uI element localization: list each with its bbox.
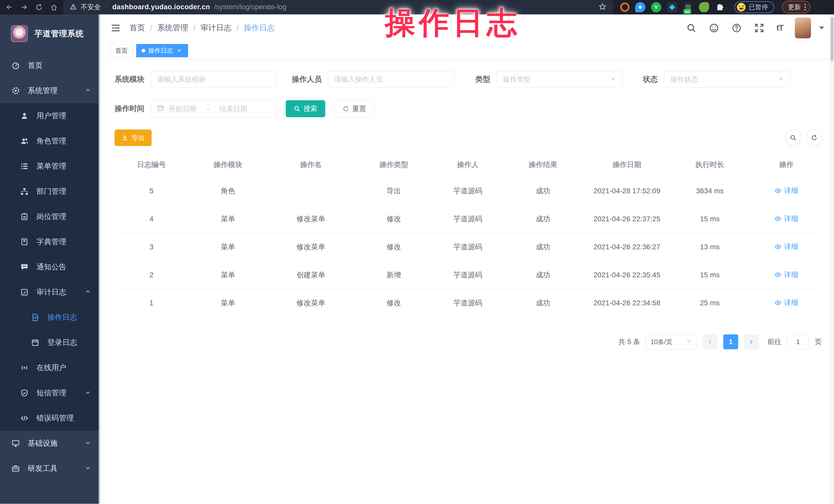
detail-link[interactable]: 详细 — [774, 214, 798, 224]
extension-pin-icon[interactable] — [635, 2, 645, 12]
refresh-table-button[interactable] — [806, 130, 822, 146]
detail-link[interactable]: 详细 — [774, 242, 798, 251]
sidebar-item-roles[interactable]: 角色管理 — [0, 129, 100, 154]
profile-paused-pill[interactable]: 已暂停 — [734, 1, 774, 13]
close-icon[interactable] — [176, 47, 183, 54]
goto-label: 前往 — [767, 337, 781, 347]
sidebar-item-error-codes[interactable]: 错误码管理 — [0, 406, 100, 431]
extension-v-icon[interactable]: V — [651, 2, 661, 12]
fullscreen-icon[interactable] — [754, 23, 765, 34]
chevron-down-icon — [85, 389, 91, 397]
sidebar-item-posts[interactable]: 岗位管理 — [0, 204, 100, 229]
toggle-search-button[interactable] — [785, 130, 801, 146]
breadcrumb-item[interactable]: 系统管理 — [157, 23, 188, 33]
avatar[interactable] — [795, 18, 811, 38]
cell-operator: 芋道源码 — [434, 261, 502, 289]
table-row: 1 菜单 修改菜单 修改 芋道源码 成功 2021-04-26 22:34:58… — [115, 289, 823, 317]
cell-type: 修改 — [354, 205, 434, 233]
font-size-icon[interactable]: tT — [776, 23, 783, 32]
column-header: 操作人 — [434, 153, 502, 177]
sidebar-item-online-users[interactable]: 在线用户 — [0, 355, 100, 380]
table-row: 2 菜单 创建菜单 新增 芋道源码 成功 2021-04-26 22:35:45… — [115, 261, 823, 289]
sidebar-item-system[interactable]: 系统管理 — [0, 78, 100, 103]
home-icon[interactable] — [47, 2, 61, 13]
sidebar-item-dev-tools[interactable]: 研发工具 — [0, 456, 100, 481]
sidebar-item-sms[interactable]: 短信管理 — [0, 380, 100, 406]
sidebar-item-home[interactable]: 首页 — [0, 53, 100, 78]
start-date-placeholder[interactable]: 开始日期 — [169, 104, 197, 113]
extension-orange-icon[interactable] — [620, 3, 630, 12]
status-select[interactable]: 操作状态 — [664, 71, 790, 88]
calendar-icon — [31, 338, 40, 347]
operate-log-table: 日志编号 操作模块 操作名 操作类型 操作人 操作结果 操作日期 执行时长 操作 — [115, 153, 823, 317]
type-select[interactable]: 操作类型 — [497, 71, 623, 88]
detail-link[interactable]: 详细 — [774, 298, 798, 308]
back-icon[interactable] — [3, 2, 16, 13]
scrollbar-thumb[interactable] — [831, 17, 833, 61]
date-range-picker[interactable]: 开始日期 - 结束日期 — [151, 100, 277, 117]
sidebar-item-login-log[interactable]: 登录日志 — [0, 330, 100, 355]
sidebar-item-notices[interactable]: 通知公告 — [0, 255, 100, 280]
detail-link[interactable]: 详细 — [774, 270, 798, 280]
search-button[interactable]: 搜索 — [286, 100, 325, 117]
eye-icon — [774, 215, 782, 222]
tag-home[interactable]: 首页 — [110, 44, 133, 57]
sidebar-item-dictionary[interactable]: 字典管理 — [0, 229, 100, 255]
sidebar-item-departments[interactable]: 部门管理 — [0, 179, 100, 204]
page-scrollbar[interactable] — [830, 15, 834, 504]
security-label[interactable]: 不安全 — [81, 3, 101, 12]
browser-menu-icon[interactable] — [805, 4, 806, 10]
sidebar-item-label: 用户管理 — [37, 111, 66, 121]
system-module-input[interactable] — [151, 71, 277, 88]
toolbox-icon — [11, 464, 20, 473]
extension-leaf-icon[interactable] — [699, 2, 709, 12]
cell-module: 角色 — [188, 177, 268, 205]
refresh-icon — [811, 134, 817, 141]
bookmark-star-icon[interactable] — [599, 3, 606, 12]
operator-input[interactable] — [328, 71, 454, 88]
github-icon[interactable] — [709, 23, 719, 34]
column-header: 执行时长 — [670, 153, 749, 177]
reset-button[interactable]: 重置 — [334, 100, 374, 117]
column-header: 日志编号 — [115, 153, 188, 177]
breadcrumb-item[interactable]: 首页 — [130, 23, 145, 33]
prev-page-button[interactable] — [703, 334, 718, 349]
collapse-sidebar-icon[interactable] — [110, 22, 121, 34]
tag-operate-log[interactable]: 操作日志 — [136, 44, 188, 57]
browser-update-button[interactable]: 更新 — [782, 1, 810, 13]
sidebar-item-audit-log[interactable]: 审计日志 — [0, 280, 100, 305]
extension-on-icon[interactable]: on — [683, 2, 693, 12]
breadcrumb-item[interactable]: 审计日志 — [201, 23, 232, 33]
extension-diamond-icon[interactable] — [667, 2, 677, 12]
screen: 不安全 dashboard.yudao.iocoder.cn/system/lo… — [0, 0, 834, 504]
breadcrumb: 首页 / 系统管理 / 审计日志 / 操作日志 — [130, 23, 275, 33]
url-host[interactable]: dashboard.yudao.iocoder.cn — [112, 3, 210, 11]
chevron-down-icon — [686, 338, 692, 346]
sidebar-item-operate-log[interactable]: 操作日志 — [0, 305, 100, 330]
sidebar-item-infrastructure[interactable]: 基础设施 — [0, 431, 100, 456]
sidebar-item-users[interactable]: 用户管理 — [0, 103, 100, 129]
cell-result: 成功 — [502, 233, 584, 261]
export-button[interactable]: 导出 — [115, 130, 152, 146]
current-page[interactable]: 1 — [723, 334, 738, 349]
end-date-placeholder[interactable]: 结束日期 — [219, 104, 247, 113]
search-button-label: 搜索 — [303, 104, 317, 113]
help-icon[interactable] — [731, 23, 742, 34]
chevron-down-icon — [85, 439, 91, 448]
reset-button-label: 重置 — [352, 104, 366, 113]
operator-field[interactable] — [334, 75, 448, 84]
forward-icon[interactable] — [18, 2, 31, 13]
cell-type: 修改 — [354, 233, 434, 261]
page-size-select[interactable]: 10条/页 — [646, 334, 697, 350]
address-bar[interactable]: 不安全 dashboard.yudao.iocoder.cn/system/lo… — [63, 0, 613, 15]
goto-page-input[interactable] — [787, 334, 809, 349]
avatar-caret-icon[interactable] — [819, 26, 824, 29]
detail-link[interactable]: 详细 — [774, 186, 798, 196]
extensions-puzzle-icon[interactable] — [715, 2, 725, 12]
sidebar-item-menus[interactable]: 菜单管理 — [0, 154, 100, 179]
next-page-button[interactable] — [744, 334, 759, 349]
reload-icon[interactable] — [32, 2, 46, 13]
system-module-field[interactable] — [157, 75, 270, 84]
app-logo[interactable]: 芋道管理系统 — [0, 15, 100, 53]
search-icon[interactable] — [686, 23, 697, 34]
